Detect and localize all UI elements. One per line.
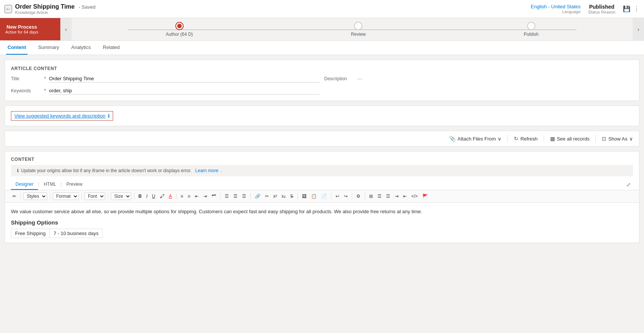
back-button[interactable]: ← [5,5,12,13]
title-value[interactable]: Order Shipping Time [49,76,320,82]
save-icon-button[interactable]: 💾 [623,5,630,12]
rte-paste-word-button[interactable]: 📄 [320,193,328,200]
process-title: New Process [5,24,38,30]
process-step-review: Review [351,22,366,37]
rte-subscript-button[interactable]: x₂ [280,193,287,200]
tab-analytics[interactable]: Analytics [70,41,92,55]
rte-italic-button[interactable]: I [145,193,149,200]
rte-sep-4 [108,193,108,200]
editor-body[interactable]: We value customer service above all else… [5,203,639,243]
article-content-section-title: ARTICLE CONTENT [11,66,633,71]
status-section: Published Status Reason [588,4,615,14]
rte-align-left-button[interactable]: ≡ [179,193,185,200]
show-as-button[interactable]: ⊡ Show As ∨ [602,136,633,142]
tab-summary[interactable]: Summary [37,41,61,55]
rte-ordered-list-button[interactable]: ☰ [385,193,392,200]
rte-indent-button[interactable]: ⇥ [202,193,209,200]
step-label-author: Author (64 D) [166,32,193,37]
rte-unlink-button[interactable]: ✂ [264,193,270,200]
rte-source-button[interactable]: ⚙ [355,193,362,200]
keywords-required: * [44,88,46,93]
toolbar-divider-2 [544,135,544,142]
refresh-button[interactable]: ↻ Refresh [514,136,538,142]
learn-more-link[interactable]: Learn more [195,168,218,173]
rte-superscript-button[interactable]: x² [272,193,279,200]
suggest-keywords-link[interactable]: View suggested keywords and description [14,113,106,119]
rte-outdent-2-button[interactable]: ⇤ [402,193,408,200]
table-cell-2: 7 - 10 business days [49,229,102,238]
rte-size-select[interactable]: Size [111,192,131,200]
show-as-chevron: ∨ [629,136,633,142]
rte-font-color-button[interactable]: A [167,193,173,200]
editor-tab-preview[interactable]: Preview [62,179,87,190]
step-circle-review [354,22,362,30]
suggestion-card: View suggested keywords and description … [5,105,639,126]
rte-image-button[interactable]: 🖼 [301,193,308,200]
saved-label: - Saved [78,4,95,10]
rte-highlight-button[interactable]: 🖍 [158,193,166,200]
rte-format-select[interactable]: Format [53,192,79,200]
language-section: English - United States Language [531,4,581,14]
attach-chevron: ∨ [498,136,501,142]
keywords-value[interactable]: order, ship [49,88,320,95]
process-nav-left-button[interactable]: ‹ [60,18,72,40]
rte-table-button[interactable]: ⊞ [368,193,374,200]
attach-files-button[interactable]: 📎 Attach Files From ∨ [449,136,501,142]
editor-heading: Shipping Options [11,219,633,226]
editor-tab-html[interactable]: HTML [39,179,61,190]
title-label: Title [11,76,41,81]
left-fields: Title * Order Shipping Time Keywords * o… [11,76,320,95]
rte-strike-button[interactable]: S̶ [289,193,295,200]
editor-tab-designer[interactable]: Designer [11,179,38,190]
rte-sep-9 [297,193,298,200]
process-steps: Author (64 D) Review Publish [72,22,633,37]
refresh-icon: ↻ [514,136,518,142]
step-circle-author [175,22,184,30]
rte-align-right-2-button[interactable]: ☰ [241,193,248,200]
refresh-label: Refresh [520,136,538,142]
process-bar: New Process Active for 64 days ‹ Author … [0,18,644,41]
more-options-button[interactable]: ⋮ [633,5,639,12]
language-label: Language [531,9,581,14]
header-right: English - United States Language Publish… [531,4,639,14]
rte-flag-button[interactable]: 🚩 [421,193,429,200]
article-title-group: Order Shipping Time - Saved Knowledge Ar… [15,3,95,15]
process-step-publish: Publish [524,22,538,37]
rte-underline-button[interactable]: U [150,193,157,200]
expand-icon[interactable]: ⤢ [624,179,633,190]
rte-align-left-2-button[interactable]: ☰ [223,193,230,200]
rte-font-select[interactable]: Font [84,192,105,200]
tab-content[interactable]: Content [6,41,28,55]
description-value[interactable]: --- [357,76,362,81]
rte-unordered-list-button[interactable]: ☰ [376,193,383,200]
rte-indent-2-button[interactable]: ⇥ [393,193,400,200]
rte-eraser-button[interactable]: ✏ [11,193,18,200]
info-banner-dot: . [221,168,222,173]
rte-bold-button[interactable]: B [137,193,143,200]
rte-quote-button[interactable]: ❝❞ [210,193,218,200]
rte-toolbar: ✏ Styles Format Font Size B I U 🖍 A [5,190,639,203]
toolbar-divider-3 [595,135,596,142]
suggest-link-wrapper: View suggested keywords and description … [11,111,113,121]
top-header: ← Order Shipping Time - Saved Knowledge … [0,0,644,18]
rte-align-center-2-button[interactable]: ☰ [232,193,239,200]
rte-redo-button[interactable]: ↪ [342,193,349,200]
rte-align-center-button[interactable]: ≡ [186,193,192,200]
title-field-row: Title * Order Shipping Time [11,76,320,82]
rte-styles-select[interactable]: Styles [23,192,47,200]
rte-sep-1 [20,193,21,200]
language-link[interactable]: English - United States [531,4,581,9]
tab-related[interactable]: Related [101,41,121,55]
rte-paste-text-button[interactable]: 📋 [310,193,318,200]
see-all-records-button[interactable]: ▦ See all records [550,136,590,142]
rte-link-button[interactable]: 🔗 [253,193,262,200]
rte-html-source-button[interactable]: </> [410,193,419,200]
rte-sep-8 [250,193,251,200]
new-process-button[interactable]: New Process Active for 64 days [0,18,60,40]
toolbar-divider-1 [508,135,508,142]
rte-undo-button[interactable]: ↩ [334,193,341,200]
info-icon: ℹ [108,113,110,119]
rte-sep-12 [365,193,365,200]
process-nav-right-button[interactable]: › [633,18,644,40]
rte-outdent-button[interactable]: ⇤ [193,193,200,200]
